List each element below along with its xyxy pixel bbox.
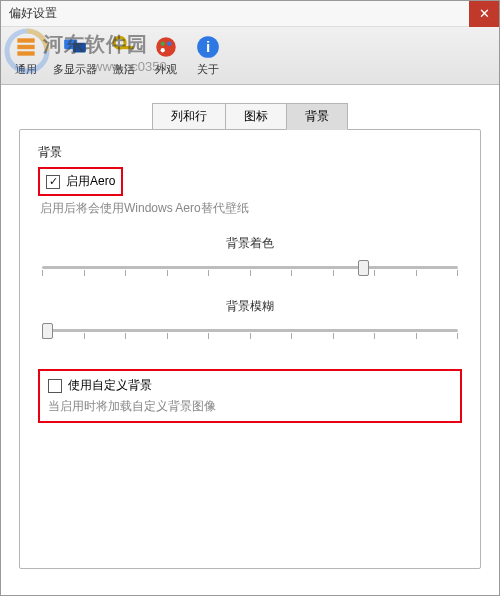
svg-text:i: i bbox=[206, 38, 210, 55]
group-custom-bg: 使用自定义背景 当启用时将加载自定义背景图像 bbox=[38, 369, 462, 423]
svg-point-9 bbox=[161, 42, 165, 46]
toolbar-item-label: 通用 bbox=[15, 62, 37, 77]
svg-rect-1 bbox=[17, 38, 34, 42]
custom-bg-desc: 当启用时将加载自定义背景图像 bbox=[48, 398, 452, 415]
key-icon bbox=[111, 34, 137, 60]
highlight-enable-aero: ✓ 启用Aero bbox=[38, 167, 123, 196]
svg-rect-3 bbox=[17, 51, 34, 55]
sliders-icon bbox=[13, 34, 39, 60]
checkbox-label: 使用自定义背景 bbox=[68, 377, 152, 394]
toolbar-about[interactable]: i 关于 bbox=[189, 32, 227, 79]
toolbar-item-label: 多显示器 bbox=[53, 62, 97, 77]
slider-blur[interactable] bbox=[42, 319, 458, 343]
slider-label-blur: 背景模糊 bbox=[38, 298, 462, 315]
tabbar: 列和行 图标 背景 bbox=[19, 103, 481, 130]
checkbox-enable-aero[interactable]: ✓ bbox=[46, 175, 60, 189]
slider-thumb[interactable] bbox=[358, 260, 369, 276]
checkbox-row-enable-aero[interactable]: ✓ 启用Aero bbox=[46, 173, 115, 190]
checkbox-label: 启用Aero bbox=[66, 173, 115, 190]
monitors-icon bbox=[62, 34, 88, 60]
slider-track bbox=[42, 266, 458, 269]
toolbar-item-label: 关于 bbox=[197, 62, 219, 77]
group-title-background: 背景 bbox=[38, 144, 462, 161]
palette-icon bbox=[153, 34, 179, 60]
svg-rect-2 bbox=[17, 45, 34, 49]
tab-background[interactable]: 背景 bbox=[286, 103, 348, 130]
titlebar: 偏好设置 ✕ bbox=[1, 1, 499, 27]
highlight-custom-bg: 使用自定义背景 当启用时将加载自定义背景图像 bbox=[38, 369, 462, 423]
toolbar-item-label: 外观 bbox=[155, 62, 177, 77]
checkbox-custom-bg[interactable] bbox=[48, 379, 62, 393]
close-icon: ✕ bbox=[479, 6, 490, 21]
slider-ticks bbox=[42, 333, 458, 339]
info-icon: i bbox=[195, 34, 221, 60]
toolbar-monitors[interactable]: 多显示器 bbox=[49, 32, 101, 79]
toolbar-item-label: 激活 bbox=[113, 62, 135, 77]
svg-rect-5 bbox=[73, 43, 86, 53]
panel-background: 背景 ✓ 启用Aero 启用后将会使用Windows Aero替代壁纸 背景着色… bbox=[19, 129, 481, 569]
svg-point-11 bbox=[161, 48, 165, 52]
toolbar-appearance[interactable]: 外观 bbox=[147, 32, 185, 79]
toolbar: 河东软件园 www.pc0359. 通用 多显示器 激活 外观 i 关于 bbox=[1, 27, 499, 85]
slider-tint[interactable] bbox=[42, 256, 458, 280]
window-title: 偏好设置 bbox=[9, 5, 57, 22]
slider-label-tint: 背景着色 bbox=[38, 235, 462, 252]
slider-block-tint: 背景着色 bbox=[38, 235, 462, 280]
content: 列和行 图标 背景 背景 ✓ 启用Aero 启用后将会使用Windows Aer… bbox=[1, 85, 499, 587]
slider-block-blur: 背景模糊 bbox=[38, 298, 462, 343]
enable-aero-desc: 启用后将会使用Windows Aero替代壁纸 bbox=[40, 200, 462, 217]
tab-icons[interactable]: 图标 bbox=[225, 103, 287, 130]
slider-ticks bbox=[42, 270, 458, 276]
slider-thumb[interactable] bbox=[42, 323, 53, 339]
svg-point-8 bbox=[156, 37, 176, 57]
toolbar-activate[interactable]: 激活 bbox=[105, 32, 143, 79]
svg-point-10 bbox=[167, 42, 171, 46]
toolbar-general[interactable]: 通用 bbox=[7, 32, 45, 79]
close-button[interactable]: ✕ bbox=[469, 1, 499, 27]
tab-cols-rows[interactable]: 列和行 bbox=[152, 103, 226, 130]
slider-track bbox=[42, 329, 458, 332]
checkbox-row-custom-bg[interactable]: 使用自定义背景 bbox=[48, 377, 452, 394]
svg-rect-7 bbox=[123, 46, 134, 49]
